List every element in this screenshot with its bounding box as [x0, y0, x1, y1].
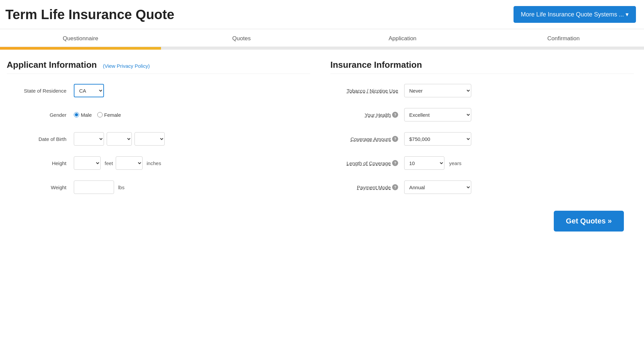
- health-label: Your Health ?: [330, 112, 404, 118]
- state-controls: CA AL AK AZ AR CO CT DE FL GA HI ID IL I…: [74, 84, 104, 97]
- main-content: Applicant Information (View Privacy Poli…: [0, 50, 644, 252]
- gender-female-radio[interactable]: [97, 112, 103, 117]
- gender-male-label[interactable]: Male: [74, 112, 92, 118]
- weight-row: Weight lbs: [7, 180, 310, 195]
- height-label: Height: [7, 160, 74, 166]
- dob-day-select[interactable]: 12345 678910 1112131415 1617181920 21222…: [107, 132, 132, 146]
- page-title: Term Life Insurance Quote: [5, 7, 174, 22]
- dob-label: Date of Birth: [7, 136, 74, 142]
- payment-help-icon[interactable]: ?: [392, 184, 398, 190]
- tabs-row: Questionnaire Quotes Application Confirm…: [0, 29, 644, 47]
- gender-female-label[interactable]: Female: [97, 112, 121, 118]
- height-row: Height 4567 feet 01234 56789 1011 inches: [7, 156, 310, 170]
- state-select[interactable]: CA AL AK AZ AR CO CT DE FL GA HI ID IL I…: [74, 84, 104, 97]
- state-label: State of Residence: [7, 88, 74, 94]
- tobacco-select[interactable]: Never Non-Tobacco Tobacco: [404, 84, 471, 97]
- gender-male-text: Male: [81, 112, 92, 118]
- dob-row: Date of Birth Jan Feb Mar Apr May Jun Ju…: [7, 132, 310, 146]
- applicant-section-header: Applicant Information (View Privacy Poli…: [7, 60, 310, 74]
- tab-questionnaire[interactable]: Questionnaire: [0, 29, 161, 47]
- tabs-section: Questionnaire Quotes Application Confirm…: [0, 29, 644, 50]
- applicant-section-title: Applicant Information: [7, 60, 97, 70]
- tab-quotes[interactable]: Quotes: [161, 29, 322, 47]
- weight-unit-label: lbs: [118, 185, 124, 190]
- tobacco-controls: Never Non-Tobacco Tobacco: [404, 84, 471, 97]
- tab-application[interactable]: Application: [322, 29, 483, 47]
- progress-bar-fill: [0, 47, 161, 50]
- gender-male-radio[interactable]: [74, 112, 79, 117]
- coverage-controls: $100,000 $250,000 $500,000 $750,000 $1,0…: [404, 132, 471, 146]
- payment-label: Payment Mode ?: [330, 184, 404, 190]
- health-help-icon[interactable]: ?: [392, 112, 398, 118]
- left-panel: Applicant Information (View Privacy Poli…: [7, 60, 310, 242]
- tobacco-label: Tobacco / Nicotine Use: [330, 88, 404, 94]
- inches-unit-label: inches: [147, 160, 161, 166]
- tab-confirmation[interactable]: Confirmation: [483, 29, 644, 47]
- health-select[interactable]: Excellent Very Good Good Fair: [404, 108, 471, 121]
- height-feet-select[interactable]: 4567: [74, 156, 101, 170]
- height-controls: 4567 feet 01234 56789 1011 inches: [74, 156, 161, 170]
- insurance-section-title: Insurance Information: [330, 60, 634, 74]
- gender-label: Gender: [7, 112, 74, 118]
- weight-controls: lbs: [74, 181, 124, 194]
- weight-input[interactable]: [74, 181, 114, 194]
- gender-controls: Male Female: [74, 112, 121, 118]
- height-inches-select[interactable]: 01234 56789 1011: [116, 156, 143, 170]
- right-panel: Insurance Information Tobacco / Nicotine…: [330, 60, 634, 242]
- length-label: Length of Coverage ?: [330, 160, 404, 166]
- length-help-icon[interactable]: ?: [392, 160, 398, 166]
- get-quotes-button[interactable]: Get Quotes »: [554, 211, 624, 232]
- coverage-row: Coverage Amount ? $100,000 $250,000 $500…: [330, 132, 634, 146]
- tobacco-row: Tobacco / Nicotine Use Never Non-Tobacco…: [330, 83, 634, 98]
- payment-select[interactable]: Annual Semi-Annual Quarterly Monthly: [404, 181, 471, 194]
- length-row: Length of Coverage ? 10 15 20 25 30 year…: [330, 156, 634, 170]
- health-controls: Excellent Very Good Good Fair: [404, 108, 471, 121]
- more-systems-label: More Life Insurance Quote Systems ... ▾: [521, 11, 629, 18]
- gender-row: Gender Male Female: [7, 107, 310, 122]
- header: Term Life Insurance Quote More Life Insu…: [0, 0, 644, 29]
- weight-label: Weight: [7, 185, 74, 190]
- state-row: State of Residence CA AL AK AZ AR CO CT …: [7, 83, 310, 98]
- coverage-select[interactable]: $100,000 $250,000 $500,000 $750,000 $1,0…: [404, 132, 471, 146]
- progress-bar-container: [0, 47, 644, 50]
- health-row: Your Health ? Excellent Very Good Good F…: [330, 107, 634, 122]
- dob-controls: Jan Feb Mar Apr May Jun Jul Aug Sep Oct …: [74, 132, 165, 146]
- more-systems-button[interactable]: More Life Insurance Quote Systems ... ▾: [514, 6, 636, 23]
- dob-month-select[interactable]: Jan Feb Mar Apr May Jun Jul Aug Sep Oct …: [74, 132, 104, 146]
- get-quotes-row: Get Quotes »: [330, 204, 634, 242]
- gender-female-text: Female: [104, 112, 121, 118]
- coverage-help-icon[interactable]: ?: [392, 136, 398, 142]
- feet-unit-label: feet: [105, 160, 113, 166]
- dob-year-select[interactable]: 2000199919981997 1996199519901985 198019…: [135, 132, 165, 146]
- coverage-label: Coverage Amount ?: [330, 136, 404, 142]
- payment-row: Payment Mode ? Annual Semi-Annual Quarte…: [330, 180, 634, 195]
- length-select[interactable]: 10 15 20 25 30: [404, 156, 444, 170]
- length-controls: 10 15 20 25 30 years: [404, 156, 462, 170]
- page-wrapper: Term Life Insurance Quote More Life Insu…: [0, 0, 644, 358]
- years-unit-label: years: [449, 160, 462, 166]
- payment-controls: Annual Semi-Annual Quarterly Monthly: [404, 181, 471, 194]
- privacy-policy-link[interactable]: (View Privacy Policy): [103, 63, 150, 69]
